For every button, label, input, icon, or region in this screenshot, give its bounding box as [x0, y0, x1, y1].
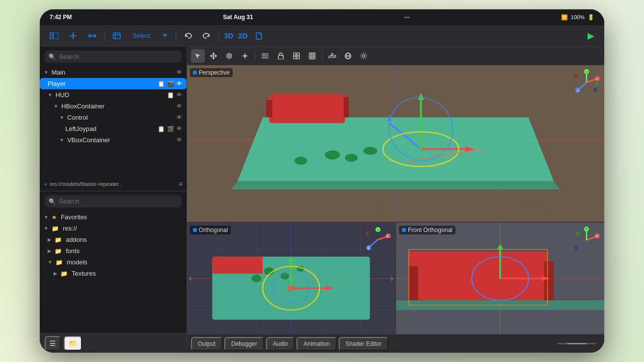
tree-action-script-icon: 📋	[158, 80, 165, 87]
tree-eye-vbox[interactable]: 👁	[176, 136, 183, 144]
grid-button[interactable]	[290, 49, 303, 63]
sidebar-tab-list[interactable]: ☰	[45, 336, 61, 351]
svg-point-15	[244, 55, 246, 57]
svg-rect-46	[344, 97, 349, 117]
sidebar-toggle-button[interactable]	[47, 30, 61, 41]
tree-label-hboxcontainer: HBoxContainer	[61, 103, 174, 110]
viewport-orthogonal[interactable]: Orthogonal X Z	[187, 223, 396, 335]
svg-text:X: X	[595, 78, 597, 80]
folder-fonts-icon: 📁	[54, 248, 62, 255]
snap-button[interactable]	[305, 49, 319, 63]
svg-rect-19	[278, 55, 283, 59]
svg-point-71	[595, 82, 599, 86]
tree-item-vboxcontainer[interactable]: ▼ VBoxContainer 👁	[40, 134, 187, 146]
svg-rect-106	[544, 261, 554, 300]
tree-item-addons[interactable]: ▶ 📁 addons	[40, 234, 187, 245]
viewport-perspective[interactable]: Perspective X Y Z	[187, 65, 604, 223]
orthogonal-label: Orthogonal	[190, 226, 231, 234]
play-button[interactable]: ▶	[585, 28, 597, 43]
svg-point-92	[287, 285, 295, 291]
tab-audio[interactable]: Audio	[266, 337, 295, 351]
scale-tool-button[interactable]	[238, 49, 252, 63]
tree-item-control[interactable]: ▼ Control 👁	[40, 112, 187, 123]
status-date: Sat Aug 31	[223, 14, 253, 21]
tree-item-favorites[interactable]: ▼ ★ Favorites	[40, 211, 187, 223]
document-button[interactable]	[253, 30, 266, 42]
tree-label-favorites: Favorites	[61, 213, 183, 221]
rotate-tool-button[interactable]	[222, 49, 236, 63]
tree-item-hud[interactable]: ▼ HUD 📋 👁	[40, 89, 187, 101]
tree-arrow-vbox: ▼	[59, 137, 64, 143]
toolbar-sep-1	[105, 31, 105, 41]
tree-item-models[interactable]: ▼ 📁 models	[40, 257, 187, 268]
folder-textures-icon: 📁	[60, 270, 68, 277]
lock-button[interactable]	[274, 49, 288, 63]
tab-debugger[interactable]: Debugger	[224, 337, 264, 351]
folder-addons-icon: 📁	[54, 236, 62, 243]
undo-button[interactable]	[181, 30, 195, 41]
orthogonal-dot	[193, 228, 197, 232]
sidebar-tab-folder[interactable]: 📁	[64, 336, 82, 351]
files-search-input[interactable]	[59, 198, 178, 205]
bottom-tabs: Output Debugger Audio Animation Shader E…	[187, 334, 604, 353]
svg-point-12	[228, 55, 230, 57]
view-2d-label[interactable]: 2D	[238, 31, 247, 40]
tree-eye-main[interactable]: 👁	[176, 69, 183, 76]
settings-button[interactable]	[357, 49, 371, 63]
redo-button[interactable]	[200, 30, 214, 41]
globe-button[interactable]	[341, 49, 355, 63]
view-3d-label[interactable]: 3D	[224, 31, 233, 40]
tree-item-main[interactable]: ▼ Main 👁	[40, 67, 187, 78]
list-view-button[interactable]	[258, 49, 272, 63]
tree-label-addons: addons	[66, 236, 183, 243]
tree-item-hboxcontainer[interactable]: ▼ HBoxContainer 👁	[40, 101, 187, 112]
tree-eye-hud[interactable]: 👁	[176, 91, 183, 99]
tree-item-textures[interactable]: ▶ 📁 Textures	[40, 268, 187, 279]
environment-button[interactable]	[325, 49, 339, 63]
tab-shader-editor[interactable]: Shader Editor	[339, 337, 388, 351]
tab-output[interactable]: Output	[191, 337, 222, 351]
tab-animation[interactable]: Animation	[296, 337, 336, 351]
svg-rect-24	[309, 53, 315, 59]
scroll-right-button[interactable]: ›	[390, 273, 393, 284]
tree-item-res[interactable]: ▼ 📁 res://	[40, 223, 187, 234]
battery-icon: 🔋	[588, 14, 594, 21]
scroll-left-button[interactable]: ‹	[189, 273, 192, 284]
select-button[interactable]: Select	[129, 30, 154, 41]
svg-text:Z: Z	[368, 246, 370, 250]
add-resource-text: res://models/blaster-repeater...	[50, 181, 177, 187]
sidebar: 🔍 ▼ Main 👁 Player 📋 🎬	[40, 47, 187, 353]
tree-item-fonts[interactable]: ▶ 📁 fonts	[40, 245, 187, 257]
tree-eye-control[interactable]: 👁	[176, 114, 183, 121]
star-icon: ★	[52, 214, 57, 221]
tree-eye-hbox[interactable]: 👁	[176, 103, 183, 110]
folder-res-icon: 📁	[52, 225, 59, 232]
svg-rect-85	[212, 257, 263, 274]
svg-point-120	[574, 246, 578, 250]
svg-point-48	[345, 154, 358, 162]
tree-action-scene-lj: 🎬	[167, 126, 174, 132]
toolbar-sep-3	[218, 31, 219, 41]
folder-models-icon: 📁	[55, 259, 63, 266]
svg-point-70	[593, 88, 597, 92]
tree-item-player[interactable]: Player 📋 🎬 👁	[40, 78, 187, 89]
link-button[interactable]	[85, 31, 100, 41]
scene-search-input[interactable]	[59, 53, 178, 60]
viewport-front-ortho[interactable]: Front Orthogonal X Y	[396, 223, 604, 335]
scene-button[interactable]	[110, 30, 124, 42]
tree-item-leftjoypad[interactable]: LeftJoypad 📋 🎬 👁	[40, 123, 187, 134]
svg-rect-21	[297, 53, 299, 55]
select-tool-button[interactable]	[191, 49, 205, 63]
tree-eye-player[interactable]: 👁	[176, 80, 183, 87]
tree-actions-player: 📋 🎬 👁	[158, 80, 183, 87]
move-tool-button[interactable]	[207, 49, 220, 63]
add-node-button[interactable]	[66, 30, 80, 42]
viewport-area: Perspective X Y Z	[187, 47, 604, 353]
add-resource-bar[interactable]: + res://models/blaster-repeater... ≡	[40, 177, 187, 191]
svg-rect-105	[409, 266, 418, 300]
dropdown-arrow-button[interactable]	[159, 32, 171, 40]
tree-eye-lj[interactable]: 👁	[176, 125, 183, 132]
tree-action-scene-icon: 🎬	[167, 80, 174, 87]
viewport-toolbar	[187, 47, 604, 65]
files-search-bar: 🔍	[45, 195, 182, 207]
